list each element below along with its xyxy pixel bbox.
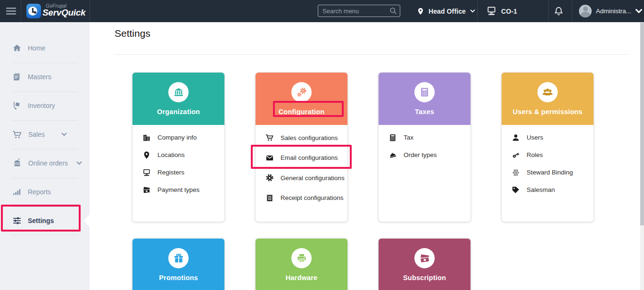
printer-icon xyxy=(291,248,312,268)
location-label: Head Office xyxy=(429,8,466,15)
card-promotions-header[interactable]: Promotions xyxy=(132,239,224,290)
card-organization-header[interactable]: Organization xyxy=(132,73,224,125)
bell-icon xyxy=(553,6,564,17)
sidebar-item-masters[interactable]: Masters xyxy=(12,70,51,83)
scrollbar[interactable] xyxy=(640,22,644,290)
divider xyxy=(477,0,478,22)
person-icon xyxy=(512,133,520,142)
receipt-icon xyxy=(265,194,274,202)
chevron-down-icon xyxy=(76,161,82,165)
divider xyxy=(548,0,549,22)
divider xyxy=(12,149,78,149)
divider xyxy=(12,178,78,178)
sidebar-item-inventory[interactable]: Inventory xyxy=(12,99,55,112)
card-taxes: Taxes Tax Orde xyxy=(378,72,471,222)
link-tax[interactable]: Tax xyxy=(379,129,471,146)
card-users-permissions: Users & permissions Users Roles xyxy=(501,72,594,222)
chevron-down-icon xyxy=(470,9,475,13)
card-subscription: Subscription xyxy=(378,238,471,290)
link-salesman[interactable]: Salesman xyxy=(502,181,594,199)
divider xyxy=(12,63,78,63)
divider xyxy=(21,0,21,22)
link-roles[interactable]: Roles xyxy=(502,146,594,164)
card-organization: Organization Company info xyxy=(132,72,225,222)
sidebar: Home Masters Inventory Sales xyxy=(0,22,90,290)
card-taxes-header[interactable]: Taxes xyxy=(379,73,471,125)
search-icon xyxy=(389,7,397,15)
card-title: Hardware xyxy=(286,274,318,282)
online-orders-icon xyxy=(12,158,22,168)
card-subscription-header[interactable]: Subscription xyxy=(379,239,471,290)
monitor-icon xyxy=(142,168,151,177)
pin-icon xyxy=(142,151,151,159)
link-general-configurations[interactable]: General configurations xyxy=(256,168,347,188)
divider xyxy=(12,207,78,207)
sidebar-item-online-orders[interactable]: Online orders xyxy=(12,157,82,170)
card-configuration-header[interactable]: Configuration xyxy=(256,73,347,125)
card-title: Promotions xyxy=(159,274,198,282)
search-input[interactable] xyxy=(318,5,400,17)
link-users[interactable]: Users xyxy=(502,129,594,146)
link-registers[interactable]: Registers xyxy=(132,164,224,181)
main-content: Settings Organization xyxy=(90,22,640,290)
gift-icon xyxy=(168,248,189,268)
register-icon xyxy=(486,6,497,17)
divider xyxy=(572,0,572,22)
menu-icon[interactable] xyxy=(6,8,16,15)
cart-icon xyxy=(265,133,274,142)
card-title: Users & permissions xyxy=(512,108,582,116)
inventory-icon xyxy=(12,101,22,110)
link-locations[interactable]: Locations xyxy=(132,146,224,164)
register-selector[interactable]: CO-1 xyxy=(486,0,517,22)
page-title: Settings xyxy=(115,28,150,39)
key-icon xyxy=(512,151,520,159)
register-label: CO-1 xyxy=(501,8,517,15)
link-receipt-configurations[interactable]: Receipt configurations xyxy=(256,188,347,208)
brand-name: ServQuick xyxy=(42,8,85,18)
divider xyxy=(12,91,78,92)
servquick-logo[interactable] xyxy=(26,4,41,18)
bank-icon xyxy=(168,82,189,102)
link-company-info[interactable]: Company info xyxy=(132,129,224,146)
cash-icon xyxy=(142,186,151,194)
card-title: Subscription xyxy=(403,274,446,282)
card-hardware: Hardware xyxy=(255,238,348,290)
gears-icon xyxy=(291,82,312,102)
sidebar-item-settings[interactable]: Settings xyxy=(12,214,54,227)
card-title: Configuration xyxy=(279,108,325,116)
card-users-permissions-header[interactable]: Users & permissions xyxy=(502,73,594,125)
chevron-down-icon xyxy=(61,133,67,136)
user-label: Administra... xyxy=(596,8,631,15)
scrollbar-thumb[interactable] xyxy=(640,23,644,225)
home-icon xyxy=(12,43,22,53)
search-box xyxy=(318,5,400,17)
users-group-icon xyxy=(537,82,558,102)
location-selector[interactable]: Head Office xyxy=(417,0,475,22)
location-pin-icon xyxy=(417,6,424,17)
link-sales-configurations[interactable]: Sales configurations xyxy=(256,128,347,148)
link-email-configurations[interactable]: Email configurations xyxy=(256,148,347,168)
card-title: Taxes xyxy=(415,108,434,116)
notifications-button[interactable] xyxy=(553,0,564,22)
envelope-icon xyxy=(265,154,274,162)
avatar xyxy=(579,5,592,17)
sales-cart-icon xyxy=(12,130,22,140)
sidebar-item-sales[interactable]: Sales xyxy=(12,128,67,141)
link-payment-types[interactable]: Payment types xyxy=(132,181,224,199)
calculator-icon xyxy=(388,133,397,142)
card-configuration: Configuration Sales configurations Email… xyxy=(255,72,348,222)
reports-icon xyxy=(12,187,22,197)
link-order-types[interactable]: Order types xyxy=(379,146,471,164)
top-bar: GoFrugal ServQuick Head Office CO-1 xyxy=(0,0,644,22)
link-steward-binding[interactable]: Steward Binding xyxy=(502,164,594,181)
user-menu[interactable]: Administra... xyxy=(579,0,642,22)
sidebar-item-home[interactable]: Home xyxy=(12,41,45,55)
sidebar-item-reports[interactable]: Reports xyxy=(12,185,51,199)
divider xyxy=(90,0,90,22)
settings-sliders-icon xyxy=(12,216,22,225)
divider xyxy=(115,54,628,55)
tag-icon xyxy=(512,186,520,194)
divider xyxy=(12,235,78,235)
masters-icon xyxy=(12,72,22,82)
card-hardware-header[interactable]: Hardware xyxy=(256,239,347,290)
